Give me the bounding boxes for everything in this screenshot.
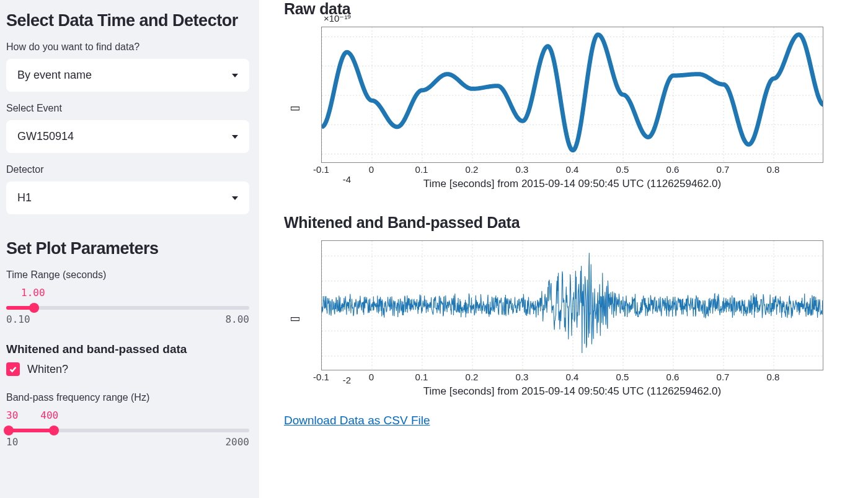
slider-thumb-high[interactable] bbox=[49, 426, 59, 435]
slider-thumb-low[interactable] bbox=[4, 426, 14, 435]
bandpass-high-value: 400 bbox=[40, 409, 58, 421]
bandpass-min: 10 bbox=[6, 436, 18, 448]
x-tick: 0.3 bbox=[516, 164, 529, 175]
detector-value: H1 bbox=[17, 191, 32, 204]
chevron-down-icon bbox=[232, 74, 238, 77]
section-title-plot: Set Plot Parameters bbox=[6, 239, 249, 258]
sidebar: Select Data Time and Detector How do you… bbox=[0, 0, 259, 498]
x-tick: 0.5 bbox=[616, 164, 629, 175]
plot-area bbox=[321, 240, 823, 370]
time-range-slider[interactable]: 1.00 0.10 8.00 bbox=[6, 287, 249, 325]
x-tick: 0.6 bbox=[666, 164, 680, 175]
x-tick: 0.2 bbox=[466, 164, 479, 175]
x-tick: 0.5 bbox=[616, 372, 629, 382]
x-tick: 0.1 bbox=[415, 372, 428, 382]
find-data-select[interactable]: By event name bbox=[6, 59, 249, 92]
slider-track[interactable] bbox=[6, 429, 249, 432]
x-tick: 0 bbox=[369, 372, 374, 382]
time-range-min: 0.10 bbox=[6, 313, 30, 325]
x-tick: 0.1 bbox=[415, 164, 428, 175]
x-axis-label: Time [seconds] from 2015-09-14 09:50:45 … bbox=[321, 385, 823, 398]
x-tick: -0.1 bbox=[313, 372, 329, 382]
x-tick-row: -0.100.10.20.30.40.50.60.70.8 bbox=[321, 163, 823, 177]
x-tick: 0.7 bbox=[717, 372, 730, 382]
x-tick: 0.8 bbox=[767, 164, 780, 175]
section-title-data: Select Data Time and Detector bbox=[6, 11, 249, 30]
time-range-label: Time Range (seconds) bbox=[6, 269, 249, 281]
detector-select[interactable]: H1 bbox=[6, 181, 249, 214]
x-tick: 0.4 bbox=[566, 372, 579, 382]
slider-thumb[interactable] bbox=[29, 303, 39, 313]
x-tick-row: -0.100.10.20.30.40.50.60.70.8 bbox=[321, 370, 823, 384]
whiten-checkbox[interactable] bbox=[6, 362, 20, 376]
y-axis-label: [] bbox=[289, 106, 299, 111]
time-range-value: 1.00 bbox=[21, 287, 249, 299]
x-tick: 0.4 bbox=[566, 164, 579, 175]
whiten-checkbox-label: Whiten? bbox=[27, 363, 68, 376]
x-tick: 0 bbox=[369, 164, 374, 175]
whitened-data-title: Whitened and Band-passed Data bbox=[284, 214, 857, 232]
bandpass-low-value: 30 bbox=[6, 409, 18, 421]
x-tick: 0.2 bbox=[466, 372, 479, 382]
find-data-label: How do you want to find data? bbox=[6, 42, 249, 53]
raw-data-chart: ×10⁻¹⁹ [] 4 2 0 -2 -4 -0.100.10.20.30.40… bbox=[321, 27, 857, 190]
download-csv-link[interactable]: Download Data as CSV File bbox=[284, 414, 430, 427]
main-content: Raw data ×10⁻¹⁹ [] 4 2 0 -2 -4 -0.100.10… bbox=[259, 0, 868, 498]
raw-data-title: Raw data bbox=[284, 0, 857, 18]
whiten-heading: Whitened and band-passed data bbox=[6, 343, 249, 356]
detector-label: Detector bbox=[6, 164, 249, 175]
x-tick: 0.7 bbox=[717, 164, 730, 175]
bandpass-max: 2000 bbox=[225, 436, 249, 448]
x-tick: 0.6 bbox=[666, 372, 680, 382]
y-exponent-label: ×10⁻¹⁹ bbox=[324, 13, 351, 24]
chart-svg bbox=[322, 27, 823, 163]
x-tick: 0.3 bbox=[516, 372, 529, 382]
whitened-data-chart: [] 2 1 0 -1 -2 -0.100.10.20.30.40.50.60.… bbox=[321, 240, 857, 398]
plot-area bbox=[321, 27, 823, 163]
slider-track[interactable] bbox=[6, 306, 249, 310]
time-range-max: 8.00 bbox=[225, 313, 249, 325]
select-event-select[interactable]: GW150914 bbox=[6, 120, 249, 153]
chevron-down-icon bbox=[232, 196, 238, 200]
select-event-label: Select Event bbox=[6, 103, 249, 114]
check-icon bbox=[9, 365, 17, 374]
y-axis-label: [] bbox=[289, 317, 299, 321]
x-tick: 0.8 bbox=[767, 372, 780, 382]
bandpass-label: Band-pass frequency range (Hz) bbox=[6, 392, 249, 403]
x-axis-label: Time [seconds] from 2015-09-14 09:50:45 … bbox=[321, 178, 823, 190]
chart-svg bbox=[322, 241, 823, 370]
find-data-value: By event name bbox=[17, 69, 92, 82]
select-event-value: GW150914 bbox=[17, 130, 74, 143]
x-tick: -0.1 bbox=[313, 164, 329, 175]
bandpass-slider[interactable]: 30 400 10 2000 bbox=[6, 409, 249, 448]
whiten-checkbox-row[interactable]: Whiten? bbox=[6, 362, 249, 376]
chevron-down-icon bbox=[232, 135, 238, 139]
